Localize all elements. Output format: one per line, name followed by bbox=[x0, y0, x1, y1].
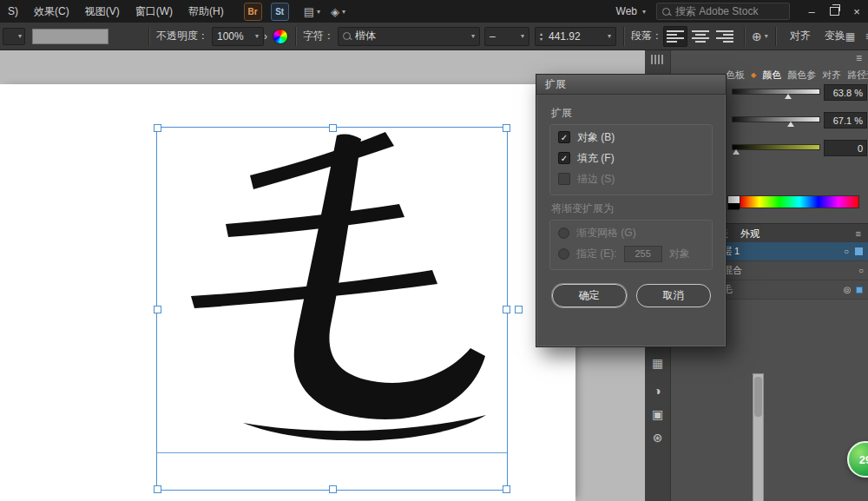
color-slider-row bbox=[732, 89, 820, 95]
document-setup-globe-icon[interactable]: ⊕ ▾ bbox=[752, 30, 768, 43]
minimize-button[interactable]: – bbox=[800, 0, 823, 23]
menu-item-truncated[interactable]: S) bbox=[0, 5, 26, 17]
checkbox-checked-icon[interactable]: ✓ bbox=[558, 131, 570, 143]
selection-handle[interactable] bbox=[154, 124, 161, 132]
tab-color-guide[interactable]: 颜色参 bbox=[787, 69, 816, 82]
selection-handle-outer[interactable] bbox=[515, 306, 523, 313]
selection-handle[interactable] bbox=[329, 124, 337, 132]
checkbox-row-stroke: 描边 (S) bbox=[558, 168, 704, 189]
slider-thumb-icon[interactable] bbox=[733, 149, 740, 155]
font-size-stepper[interactable]: ▴▾ 441.92 ▾ bbox=[535, 27, 616, 46]
stroke-variable-dropdown[interactable]: ▾ bbox=[3, 28, 25, 45]
color-slider-track[interactable] bbox=[732, 89, 820, 95]
checkbox-label: 填充 (F) bbox=[577, 151, 615, 166]
font-style-value: – bbox=[490, 30, 496, 43]
align-left-button[interactable] bbox=[663, 26, 687, 47]
radio-row-mesh: 渐变网格 (G) bbox=[558, 222, 704, 243]
target-circle-icon[interactable]: ○ bbox=[854, 266, 868, 275]
chevron-down-icon: ▾ bbox=[765, 32, 768, 40]
workspace-tool-icon[interactable]: ◈ ▾ bbox=[331, 5, 345, 18]
specify-suffix-label: 对象 bbox=[669, 247, 690, 261]
tab-swatches[interactable]: 色板 bbox=[726, 69, 745, 82]
restore-button[interactable] bbox=[823, 0, 845, 23]
bridge-icon[interactable]: Br bbox=[244, 3, 262, 21]
selection-bounding-box[interactable] bbox=[156, 127, 508, 491]
stepper-arrows-icon[interactable]: ▴▾ bbox=[540, 31, 542, 42]
gradient-section-group: 渐变网格 (G) 指定 (E): 255 对象 bbox=[549, 220, 713, 270]
panel-menu-icon[interactable]: ≡ bbox=[856, 228, 861, 239]
recolor-artwork-icon[interactable] bbox=[273, 29, 288, 44]
artboard-panel-icon[interactable]: ▦ bbox=[645, 352, 670, 374]
layer-name[interactable]: 混合 bbox=[723, 264, 854, 277]
menu-item-view[interactable]: 视图(V) bbox=[77, 4, 128, 19]
panel-scrollbar[interactable] bbox=[753, 373, 764, 501]
dock-grip[interactable] bbox=[651, 55, 664, 64]
color-slider-track[interactable] bbox=[732, 116, 820, 122]
control-bar: ▾ 不透明度： 100% ▾ › 字符： 楷体 ▾ – ▾ ▴▾ 441.92 … bbox=[0, 23, 868, 50]
selection-inner-edge bbox=[156, 452, 508, 453]
selection-handle[interactable] bbox=[503, 485, 510, 493]
align-center-button[interactable] bbox=[689, 27, 712, 46]
grid-options-icon[interactable]: ▦ bbox=[845, 30, 855, 43]
rainbow-spectrum-bar[interactable] bbox=[740, 195, 859, 208]
slider-thumb-icon[interactable] bbox=[787, 122, 794, 127]
align-right-button[interactable] bbox=[713, 27, 736, 46]
chevron-down-icon: ▾ bbox=[317, 8, 320, 16]
checkbox-row-fill[interactable]: ✓ 填充 (F) bbox=[558, 148, 704, 168]
search-placeholder: 搜索 Adobe Stock bbox=[675, 4, 758, 19]
workspace-switcher[interactable]: Web ▾ bbox=[616, 5, 646, 17]
dock-menu-icon[interactable]: ≡ bbox=[856, 52, 862, 64]
layer-name[interactable]: 图层 1 bbox=[713, 245, 839, 258]
scrollbar-thumb[interactable] bbox=[754, 377, 762, 417]
tab-align[interactable]: 对齐 bbox=[822, 69, 841, 82]
selection-handle[interactable] bbox=[503, 124, 510, 132]
chevron-down-icon: ▾ bbox=[18, 32, 22, 40]
settings-gear-icon[interactable]: ⊛ bbox=[645, 426, 670, 449]
tab-pathfinder[interactable]: 路径查 bbox=[847, 69, 868, 82]
color-spectrum[interactable] bbox=[727, 195, 859, 208]
align-panel-label[interactable]: 对齐 bbox=[790, 29, 811, 43]
selection-handle[interactable] bbox=[503, 306, 510, 313]
menu-item-effect[interactable]: 效果(C) bbox=[26, 4, 77, 19]
gradient-sphere-icon[interactable]: ◑ bbox=[645, 379, 670, 402]
opacity-label: 不透明度： bbox=[156, 29, 208, 43]
tab-color[interactable]: 颜色 bbox=[762, 69, 781, 82]
selection-handle[interactable] bbox=[154, 306, 161, 313]
symbols-panel-icon[interactable]: ▣ bbox=[645, 403, 670, 425]
opacity-dropdown[interactable]: 100% ▾ bbox=[212, 27, 264, 46]
selection-color-chip[interactable] bbox=[856, 287, 863, 293]
ok-button[interactable]: 确定 bbox=[552, 284, 627, 307]
selection-handle[interactable] bbox=[329, 485, 337, 493]
transform-panel-label[interactable]: 变换 bbox=[825, 29, 845, 43]
checkbox-checked-icon[interactable]: ✓ bbox=[558, 152, 570, 164]
stock-search-input[interactable]: 搜索 Adobe Stock bbox=[656, 3, 790, 20]
font-family-dropdown[interactable]: 楷体 ▾ bbox=[338, 27, 480, 46]
checkbox-row-object[interactable]: ✓ 对象 (B) bbox=[558, 127, 704, 148]
target-double-circle-icon[interactable]: ◎ bbox=[840, 285, 854, 294]
opacity-flyout-button[interactable]: › bbox=[264, 28, 267, 45]
white-black-swatches[interactable] bbox=[727, 195, 740, 210]
layer-name[interactable]: 毛 bbox=[723, 283, 840, 296]
arrange-documents-icon[interactable]: ▤ ▾ bbox=[304, 5, 320, 18]
chevron-down-icon: ▾ bbox=[521, 32, 524, 40]
cancel-button[interactable]: 取消 bbox=[636, 284, 711, 307]
selection-color-chip[interactable] bbox=[855, 247, 863, 255]
black-swatch[interactable] bbox=[728, 203, 740, 210]
dialog-title-bar[interactable]: 扩展 bbox=[536, 75, 726, 95]
slider-thumb-icon[interactable] bbox=[785, 94, 792, 99]
color-value-field[interactable]: 63.8 % bbox=[824, 84, 867, 101]
white-swatch[interactable] bbox=[728, 196, 740, 203]
selection-handle[interactable] bbox=[154, 485, 161, 493]
stock-icon[interactable]: St bbox=[271, 3, 289, 21]
color-value-field[interactable]: 0 bbox=[824, 140, 867, 156]
target-circle-icon[interactable]: ○ bbox=[839, 247, 853, 256]
color-group-diamond-icon: ◆ bbox=[751, 71, 756, 79]
color-value-field[interactable]: 67.1 % bbox=[824, 112, 867, 129]
tab-appearance[interactable]: 外观 bbox=[740, 227, 760, 241]
font-style-dropdown[interactable]: – ▾ bbox=[484, 27, 529, 46]
menu-item-window[interactable]: 窗口(W) bbox=[128, 4, 181, 19]
close-button[interactable]: × bbox=[845, 0, 868, 23]
radio-label: 渐变网格 (G) bbox=[576, 226, 636, 241]
menu-item-help[interactable]: 帮助(H) bbox=[181, 4, 232, 19]
color-slider-track[interactable] bbox=[732, 144, 820, 150]
